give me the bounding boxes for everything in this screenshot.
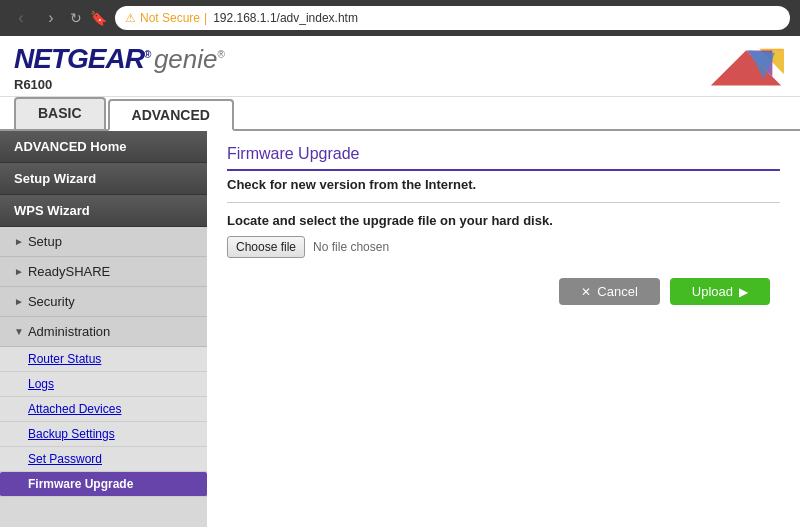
separator: | <box>204 11 207 25</box>
sidebar: ADVANCED Home Setup Wizard WPS Wizard ► … <box>0 131 207 527</box>
url-text: 192.168.1.1/adv_index.htm <box>213 11 358 25</box>
netgear-text: NETGEAR® <box>14 43 150 74</box>
warning-icon: ⚠ <box>125 11 136 25</box>
sidebar-btn-wps-wizard[interactable]: WPS Wizard <box>0 195 207 227</box>
tab-bar: BASIC ADVANCED <box>0 97 800 131</box>
logo-area: NETGEAR® genie® R6100 <box>14 44 225 92</box>
sidebar-section-setup[interactable]: ► Setup <box>0 227 207 257</box>
sidebar-section-readyshare-label: ReadySHARE <box>28 264 110 279</box>
security-badge: ⚠ Not Secure | <box>125 11 207 25</box>
file-name-display: No file chosen <box>313 240 389 254</box>
upload-label: Locate and select the upgrade file on yo… <box>227 213 780 228</box>
file-chooser-row: Choose file No file chosen <box>227 236 780 258</box>
page-title: Firmware Upgrade <box>227 145 780 171</box>
cancel-label: Cancel <box>597 284 637 299</box>
upload-label: Upload <box>692 284 733 299</box>
sidebar-btn-advanced-home[interactable]: ADVANCED Home <box>0 131 207 163</box>
sidebar-btn-setup-wizard[interactable]: Setup Wizard <box>0 163 207 195</box>
divider <box>227 202 780 203</box>
back-button[interactable]: ‹ <box>10 9 32 27</box>
upload-icon: ▶ <box>739 285 748 299</box>
bookmark-icon[interactable]: 🔖 <box>90 10 107 26</box>
arrow-icon-readyshare: ► <box>14 266 24 277</box>
brand-logo: NETGEAR® genie® <box>14 44 225 75</box>
sidebar-section-administration-label: Administration <box>28 324 110 339</box>
cancel-icon: ✕ <box>581 285 591 299</box>
internet-check-label: Check for new version from the Internet. <box>227 177 780 192</box>
browser-chrome: ‹ › ↻ 🔖 ⚠ Not Secure | 192.168.1.1/adv_i… <box>0 0 800 36</box>
forward-button[interactable]: › <box>40 9 62 27</box>
sidebar-item-backup-settings[interactable]: Backup Settings <box>0 422 207 447</box>
arrow-icon-administration: ▼ <box>14 326 24 337</box>
header-graphic <box>696 46 786 90</box>
sidebar-section-setup-label: Setup <box>28 234 62 249</box>
sidebar-section-readyshare[interactable]: ► ReadySHARE <box>0 257 207 287</box>
action-buttons: ✕ Cancel Upload ▶ <box>227 278 780 305</box>
cancel-button[interactable]: ✕ Cancel <box>559 278 659 305</box>
sidebar-item-set-password[interactable]: Set Password <box>0 447 207 472</box>
sidebar-item-router-status[interactable]: Router Status <box>0 347 207 372</box>
sidebar-section-security-label: Security <box>28 294 75 309</box>
sidebar-item-attached-devices[interactable]: Attached Devices <box>0 397 207 422</box>
choose-file-button[interactable]: Choose file <box>227 236 305 258</box>
main-layout: ADVANCED Home Setup Wizard WPS Wizard ► … <box>0 131 800 527</box>
arrow-icon-setup: ► <box>14 236 24 247</box>
url-bar[interactable]: ⚠ Not Secure | 192.168.1.1/adv_index.htm <box>115 6 790 30</box>
sidebar-item-logs[interactable]: Logs <box>0 372 207 397</box>
arrow-icon-security: ► <box>14 296 24 307</box>
sidebar-section-security[interactable]: ► Security <box>0 287 207 317</box>
app-header: NETGEAR® genie® R6100 <box>0 36 800 97</box>
triangle-logo-svg <box>706 46 786 90</box>
sidebar-submenu-administration: Router Status Logs Attached Devices Back… <box>0 347 207 497</box>
security-text: Not Secure <box>140 11 200 25</box>
tab-advanced[interactable]: ADVANCED <box>108 99 234 131</box>
genie-text: genie® <box>154 44 225 74</box>
content-area: Firmware Upgrade Check for new version f… <box>207 131 800 527</box>
model-name: R6100 <box>14 77 225 92</box>
tab-basic[interactable]: BASIC <box>14 97 106 129</box>
upload-button[interactable]: Upload ▶ <box>670 278 770 305</box>
sidebar-section-administration[interactable]: ▼ Administration <box>0 317 207 347</box>
reload-button[interactable]: ↻ <box>70 10 82 26</box>
sidebar-item-firmware-upgrade[interactable]: Firmware Upgrade <box>0 472 207 497</box>
